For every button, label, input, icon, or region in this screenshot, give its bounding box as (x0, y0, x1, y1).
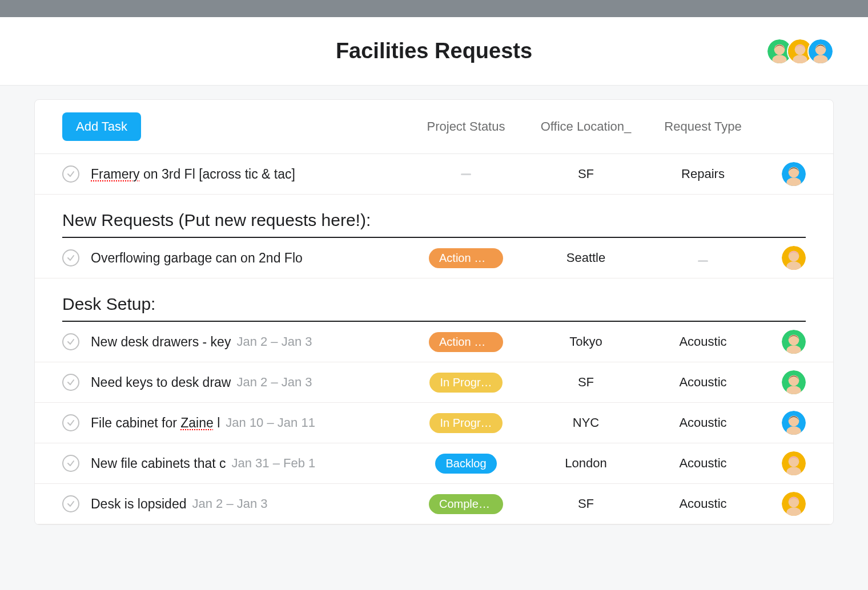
avatar[interactable] (782, 162, 806, 186)
complete-toggle[interactable] (62, 495, 79, 512)
empty-value (698, 260, 708, 262)
empty-value (461, 173, 471, 175)
avatar[interactable] (782, 411, 806, 435)
cell-type[interactable]: Repairs (646, 167, 760, 181)
column-headers: Project Status Office Location_ Request … (406, 119, 806, 134)
status-pill[interactable]: Complet… (429, 494, 503, 514)
task-list-panel: Add Task Project Status Office Location_… (34, 99, 834, 525)
section-header[interactable]: Desk Setup: (62, 278, 806, 322)
cell-status[interactable]: In Progr… (406, 413, 526, 433)
complete-toggle[interactable] (62, 455, 79, 472)
cell-location[interactable]: London (526, 456, 646, 471)
svg-point-1 (774, 44, 785, 55)
avatar[interactable] (807, 38, 834, 64)
cell-type[interactable] (646, 250, 760, 265)
column-header-type[interactable]: Request Type (646, 119, 760, 134)
status-pill[interactable]: In Progr… (429, 373, 502, 393)
window-chrome (0, 0, 868, 17)
svg-point-10 (789, 167, 799, 177)
cell-status[interactable]: Action R… (406, 248, 526, 268)
page-header: Facilities Requests (0, 17, 868, 86)
cell-location[interactable]: Tokyo (526, 334, 646, 349)
svg-point-25 (789, 456, 799, 467)
cell-location[interactable]: Seattle (526, 250, 646, 265)
task-date: Jan 2 – Jan 3 (236, 334, 312, 349)
section-header[interactable]: New Requests (Put new requests here!): (62, 195, 806, 238)
cell-type[interactable]: Acoustic (646, 456, 760, 471)
task-row[interactable]: Need keys to desk draw Jan 2 – Jan 3 In … (35, 362, 833, 403)
cell-assignee[interactable] (760, 451, 806, 475)
task-name[interactable]: New desk drawers - key (91, 334, 231, 350)
svg-point-4 (795, 44, 806, 55)
cell-type[interactable]: Acoustic (646, 375, 760, 390)
svg-point-22 (789, 415, 799, 426)
task-row[interactable]: Desk is lopsided Jan 2 – Jan 3 Complet… … (35, 484, 833, 524)
cell-type[interactable]: Acoustic (646, 415, 760, 430)
task-date: Jan 10 – Jan 11 (226, 415, 315, 430)
task-row[interactable]: New file cabinets that c Jan 31 – Feb 1 … (35, 443, 833, 484)
cell-status[interactable] (406, 173, 526, 175)
cell-location[interactable]: SF (526, 375, 646, 390)
cell-location[interactable]: SF (526, 167, 646, 181)
complete-toggle[interactable] (62, 374, 79, 391)
svg-point-13 (789, 250, 799, 261)
svg-point-19 (789, 375, 799, 386)
avatar[interactable] (782, 330, 806, 354)
status-pill[interactable]: Action R… (429, 332, 503, 352)
cell-assignee[interactable] (760, 370, 806, 394)
task-row[interactable]: Overflowing garbage can on 2nd Flo Actio… (35, 238, 833, 278)
avatar[interactable] (782, 370, 806, 394)
task-date: Jan 2 – Jan 3 (236, 375, 312, 390)
cell-assignee[interactable] (760, 246, 806, 270)
svg-point-7 (815, 44, 826, 55)
task-date: Jan 2 – Jan 3 (192, 496, 267, 511)
cell-location[interactable]: NYC (526, 415, 646, 430)
cell-type[interactable]: Acoustic (646, 334, 760, 349)
avatar[interactable] (782, 492, 806, 516)
column-header-assignee (760, 119, 806, 134)
task-date: Jan 31 – Feb 1 (232, 456, 316, 471)
avatar[interactable] (782, 451, 806, 475)
task-row[interactable]: Framery on 3rd Fl [across tic & tac] SF … (35, 154, 833, 195)
svg-point-28 (789, 496, 799, 507)
task-name[interactable]: Desk is lopsided (91, 496, 186, 512)
task-row[interactable]: New desk drawers - key Jan 2 – Jan 3 Act… (35, 322, 833, 362)
status-pill[interactable]: In Progr… (429, 413, 502, 433)
complete-toggle[interactable] (62, 414, 79, 431)
cell-status[interactable]: Backlog (406, 454, 526, 474)
column-header-location[interactable]: Office Location_ (526, 119, 646, 134)
add-task-button[interactable]: Add Task (62, 112, 141, 141)
page-title: Facilities Requests (336, 39, 532, 63)
status-pill[interactable]: Action R… (429, 248, 503, 268)
cell-status[interactable]: In Progr… (406, 373, 526, 393)
task-name[interactable]: New file cabinets that c (91, 456, 226, 471)
panel-toolbar: Add Task Project Status Office Location_… (35, 100, 833, 154)
cell-type[interactable]: Acoustic (646, 496, 760, 511)
cell-status[interactable]: Action R… (406, 332, 526, 352)
task-name[interactable]: Overflowing garbage can on 2nd Flo (91, 250, 303, 266)
task-name[interactable]: Framery on 3rd Fl [across tic & tac] (91, 167, 295, 182)
cell-assignee[interactable] (760, 411, 806, 435)
project-members[interactable] (772, 38, 834, 64)
column-header-status[interactable]: Project Status (406, 119, 526, 134)
complete-toggle[interactable] (62, 333, 79, 350)
cell-assignee[interactable] (760, 162, 806, 186)
task-name[interactable]: Need keys to desk draw (91, 375, 231, 390)
cell-assignee[interactable] (760, 330, 806, 354)
cell-status[interactable]: Complet… (406, 494, 526, 514)
task-row[interactable]: File cabinet for Zaine l Jan 10 – Jan 11… (35, 403, 833, 443)
complete-toggle[interactable] (62, 249, 79, 266)
cell-location[interactable]: SF (526, 496, 646, 511)
complete-toggle[interactable] (62, 165, 79, 183)
task-name[interactable]: File cabinet for Zaine l (91, 415, 220, 431)
cell-assignee[interactable] (760, 492, 806, 516)
avatar[interactable] (782, 246, 806, 270)
svg-point-16 (789, 334, 799, 345)
status-pill[interactable]: Backlog (435, 454, 496, 474)
